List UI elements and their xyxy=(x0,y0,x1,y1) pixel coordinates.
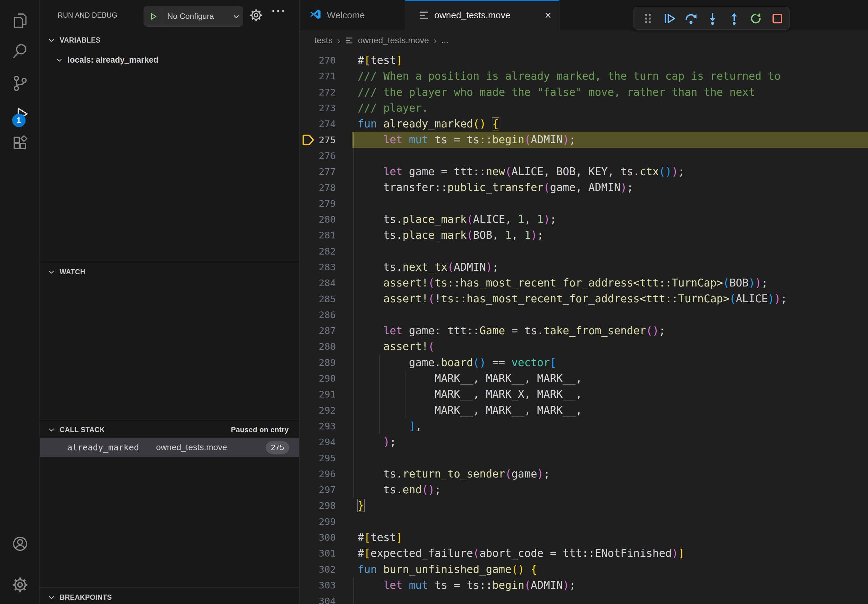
sidebar-item-extensions[interactable] xyxy=(0,129,40,160)
gutter[interactable]: 291 xyxy=(299,386,352,402)
gutter[interactable]: 285 xyxy=(299,291,352,307)
code-text[interactable]: MARK__, MARK_X, MARK__, xyxy=(352,386,868,402)
step-out-button[interactable] xyxy=(727,12,741,26)
code-text[interactable]: fun already_marked() { xyxy=(352,116,868,132)
call-stack-frame[interactable]: already_marked owned_tests.move 275 xyxy=(40,438,299,457)
code-text[interactable]: /// When a position is already marked, t… xyxy=(352,68,868,84)
code-line[interactable]: 298} xyxy=(299,497,868,513)
code-text[interactable]: let game = ttt::new(ALICE, BOB, KEY, ts.… xyxy=(352,164,868,180)
gutter[interactable]: 274 xyxy=(299,116,352,132)
gutter[interactable]: 304 xyxy=(299,593,352,604)
code-line[interactable]: 284 assert!(ts::has_most_recent_for_addr… xyxy=(299,275,868,291)
code-text[interactable]: assert!( xyxy=(352,339,868,354)
code-line[interactable]: 270#[test] xyxy=(299,52,868,68)
code-text[interactable]: /// the player who made the "false" move… xyxy=(352,84,868,100)
gutter[interactable]: 287 xyxy=(299,323,352,339)
gutter[interactable]: 288 xyxy=(299,339,352,354)
code-line[interactable]: 297 ts.end(); xyxy=(299,482,868,497)
code-line[interactable]: 271/// When a position is already marked… xyxy=(299,68,868,84)
code-line[interactable]: 274fun already_marked() { xyxy=(299,116,868,132)
gutter[interactable]: 284 xyxy=(299,275,352,291)
code-text[interactable] xyxy=(352,593,868,604)
gutter[interactable]: 279 xyxy=(299,195,352,211)
code-line[interactable]: 296 ts.return_to_sender(game); xyxy=(299,466,868,482)
tab-welcome[interactable]: Welcome xyxy=(299,0,405,30)
code-line[interactable]: 277 let game = ttt::new(ALICE, BOB, KEY,… xyxy=(299,164,868,180)
code-text[interactable]: MARK__, MARK__, MARK__, xyxy=(352,403,868,418)
more-actions-icon[interactable]: ··· xyxy=(271,4,287,18)
gutter[interactable]: 292 xyxy=(299,403,352,418)
code-text[interactable]: ts.place_mark(ALICE, 1, 1); xyxy=(352,211,868,227)
code-line[interactable]: 275 let mut ts = ts::begin(ADMIN); xyxy=(299,132,868,147)
gutter[interactable]: 277 xyxy=(299,164,352,180)
code-line[interactable]: 276 xyxy=(299,148,868,164)
code-line[interactable]: 285 assert!(!ts::has_most_recent_for_add… xyxy=(299,291,868,307)
manage-button[interactable] xyxy=(0,570,40,601)
continue-button[interactable] xyxy=(663,12,676,26)
code-line[interactable]: 293 ], xyxy=(299,418,868,434)
code-line[interactable]: 291 MARK__, MARK_X, MARK__, xyxy=(299,386,868,402)
code-text[interactable]: /// player. xyxy=(352,100,868,116)
code-text[interactable]: let mut ts = ts::begin(ADMIN); xyxy=(352,577,868,593)
watch-section-header[interactable]: WATCH xyxy=(40,262,299,282)
gutter[interactable]: 282 xyxy=(299,243,352,259)
gutter[interactable]: 303 xyxy=(299,577,352,593)
gutter[interactable]: 294 xyxy=(299,434,352,450)
gutter[interactable]: 295 xyxy=(299,450,352,466)
gutter[interactable]: 286 xyxy=(299,307,352,323)
code-line[interactable]: 289 game.board() == vector[ xyxy=(299,355,868,370)
code-text[interactable]: ts.return_to_sender(game); xyxy=(352,466,868,482)
gutter[interactable]: 293 xyxy=(299,418,352,434)
code-text[interactable] xyxy=(352,450,868,466)
account-button[interactable] xyxy=(0,529,40,560)
sidebar-item-source-control[interactable] xyxy=(0,69,40,99)
breakpoints-section-header[interactable]: BREAKPOINTS xyxy=(40,588,299,604)
breadcrumb-folder[interactable]: tests xyxy=(315,36,332,45)
gutter[interactable]: 298 xyxy=(299,497,352,513)
code-line[interactable]: 287 let game: ttt::Game = ts.take_from_s… xyxy=(299,323,868,339)
code-line[interactable]: 286 xyxy=(299,307,868,323)
code-line[interactable]: 295 xyxy=(299,450,868,466)
sidebar-item-run-and-debug[interactable]: 1 xyxy=(0,101,40,131)
step-into-button[interactable] xyxy=(706,12,719,26)
gutter[interactable]: 278 xyxy=(299,180,352,195)
drag-handle[interactable] xyxy=(641,12,654,26)
close-icon[interactable]: × xyxy=(545,9,552,21)
code-line[interactable]: 273/// player. xyxy=(299,100,868,116)
gutter[interactable]: 301 xyxy=(299,545,352,561)
code-text[interactable]: #[test] xyxy=(352,530,868,545)
gutter[interactable]: 273 xyxy=(299,100,352,116)
code-text[interactable]: let game: ttt::Game = ts.take_from_sende… xyxy=(352,323,868,339)
gutter[interactable]: 270 xyxy=(299,52,352,68)
code-line[interactable]: 304 xyxy=(299,593,868,604)
stop-button[interactable] xyxy=(771,12,784,26)
variables-section-header[interactable]: VARIABLES xyxy=(40,30,299,50)
debug-config-dropdown[interactable]: No Configura xyxy=(144,6,243,27)
gutter[interactable]: 271 xyxy=(299,68,352,84)
code-text[interactable]: ts.next_tx(ADMIN); xyxy=(352,259,868,275)
code-line[interactable]: 288 assert!( xyxy=(299,339,868,354)
code-text[interactable]: fun burn_unfinished_game() { xyxy=(352,561,868,577)
code-line[interactable]: 301#[expected_failure(abort_code = ttt::… xyxy=(299,545,868,561)
code-text[interactable]: assert!(ts::has_most_recent_for_address<… xyxy=(352,275,868,291)
code-line[interactable]: 303 let mut ts = ts::begin(ADMIN); xyxy=(299,577,868,593)
gutter[interactable]: 297 xyxy=(299,482,352,497)
gutter[interactable]: 280 xyxy=(299,211,352,227)
sidebar-item-search[interactable] xyxy=(0,37,40,67)
code-text[interactable] xyxy=(352,514,868,530)
code-line[interactable]: 283 ts.next_tx(ADMIN); xyxy=(299,259,868,275)
debug-settings-gear-button[interactable] xyxy=(249,8,263,22)
code-text[interactable]: MARK__, MARK__, MARK__, xyxy=(352,370,868,386)
code-line[interactable]: 300#[test] xyxy=(299,530,868,545)
code-line[interactable]: 302fun burn_unfinished_game() { xyxy=(299,561,868,577)
gutter[interactable]: 300 xyxy=(299,530,352,545)
code-line[interactable]: 280 ts.place_mark(ALICE, 1, 1); xyxy=(299,211,868,227)
gutter[interactable]: 289 xyxy=(299,355,352,370)
code-text[interactable]: ts.end(); xyxy=(352,482,868,497)
code-text[interactable]: ], xyxy=(352,418,868,434)
gutter[interactable]: 275 xyxy=(299,132,352,147)
code-text[interactable]: #[expected_failure(abort_code = ttt::ENo… xyxy=(352,545,868,561)
tab-owned-tests[interactable]: owned_tests.move × xyxy=(405,0,560,30)
variables-scope-locals[interactable]: locals: already_marked xyxy=(40,50,299,70)
code-line[interactable]: 299 xyxy=(299,514,868,530)
